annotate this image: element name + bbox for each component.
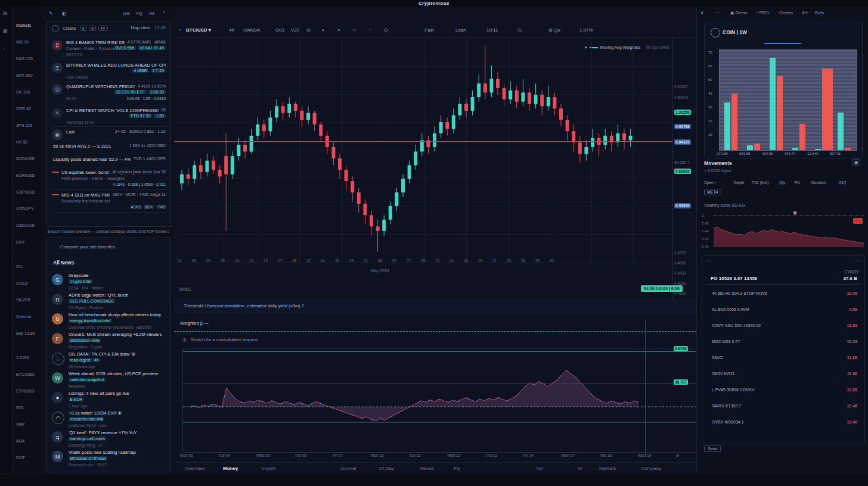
- ticker-item[interactable]: UK 100: [16, 90, 30, 94]
- left-toolbar-icon[interactable]: ◧: [62, 11, 67, 16]
- ticker-item[interactable]: JPN 225: [16, 123, 32, 127]
- order-row[interactable]: MG2 W51 0.7715.23: [702, 335, 864, 351]
- news-link[interactable]: ethresear.ch-thread: [69, 456, 107, 460]
- ticker-rail[interactable]: MarketsWS 30NAS 100SPX 500UK 100GER 40JP…: [13, 7, 41, 486]
- order-row[interactable]: L PVA5 3HBW COVXV12.85: [702, 383, 864, 399]
- chevron-left-icon[interactable]: ‹: [3, 46, 5, 51]
- feed-row[interactable]: ◉Last24-05 · EUR/U 0.882 · 1.52: [51, 127, 167, 141]
- news-row[interactable]: ◠+0.1s watch 12034 EVR ⊕research-note-li…: [52, 410, 167, 429]
- right-toolbar-button[interactable]: Orders: [779, 10, 793, 15]
- ticker-item[interactable]: GOLD: [16, 281, 28, 285]
- news-link[interactable]: distribution-note: [69, 338, 101, 342]
- lower-chart[interactable]: [182, 348, 698, 453]
- price-label-badge[interactable]: 0.91798: [674, 124, 691, 129]
- bottom-toolbar-item[interactable]: Overview: [185, 466, 204, 471]
- chart-tool-icon[interactable]: O01: [275, 27, 284, 33]
- feed-row[interactable]: US equities lower, bond money away from …: [51, 168, 167, 190]
- left-toolbar-icon[interactable]: ✎: [49, 11, 53, 16]
- right-toolbar-button[interactable]: ⠿: [700, 10, 704, 15]
- feed-row[interactable]: ✕CPI & RETEST WATCH: VOLS COMPRESSED05FT…: [51, 106, 167, 127]
- movements-column-header[interactable]: Depth: [734, 180, 744, 185]
- ticker-item[interactable]: NAS 100: [16, 57, 33, 61]
- ticker-item[interactable]: Markets: [16, 23, 31, 27]
- chart-tool-icon[interactable]: ◐: [322, 27, 325, 33]
- orders-menu-icon[interactable]: ⋯: [856, 258, 860, 263]
- chart-tool-icon[interactable]: ⊙: [384, 27, 388, 33]
- orders-corner-icon[interactable]: ⟍: [707, 258, 711, 264]
- session-badge[interactable]: 04:10 0-0:00 | 0:00: [641, 285, 683, 292]
- ticker-item[interactable]: SILVER: [16, 298, 30, 302]
- chart-tool-button[interactable]: 1.07%: [579, 27, 593, 33]
- movements-column-header[interactable]: 24Q: [839, 180, 846, 185]
- order-row[interactable]: O6SV KG3111.66: [702, 367, 864, 383]
- order-row[interactable]: COVY XAU 3AV 44370-0213.03: [702, 319, 864, 335]
- candlestick-chart[interactable]: ▾ Moving Avg Weighted W Opt ORM: [174, 38, 672, 265]
- news-link[interactable]: research-note-link: [69, 417, 104, 421]
- price-axis[interactable]: 0.946670.900701.302560.917980.8432063.68…: [672, 38, 697, 300]
- left-toolbar-button[interactable]: ⌃: [162, 11, 166, 16]
- bottom-toolbar-item[interactable]: Money: [223, 466, 238, 471]
- ticker-item[interactable]: Buy 19.88: [16, 331, 35, 335]
- lower-price-badge[interactable]: 0.6180: [674, 346, 688, 351]
- bottom-toolbar-item[interactable]: Import: [262, 466, 275, 471]
- price-label-badge[interactable]: 0.53530: [674, 203, 691, 208]
- order-row[interactable]: 3AVO11.08: [702, 351, 864, 367]
- lower-price-badge[interactable]: 36.787: [674, 379, 688, 385]
- chart-tool-icon[interactable]: V20: [291, 27, 299, 33]
- ticker-item[interactable]: DXY: [16, 240, 24, 244]
- feed-row[interactable]: MID 4 SLB on MXU PMI data mix — DC M-3GM…: [51, 191, 167, 213]
- news-link[interactable]: calendar-snapshot: [69, 378, 106, 382]
- right-toolbar-button[interactable]: ◉ Demo: [730, 10, 748, 15]
- feed-chip[interactable]: 0: [80, 26, 87, 31]
- news-row[interactable]: WWeek ahead: ECB minutes, US PCE preview…: [52, 371, 167, 390]
- ticker-item[interactable]: ETH/USD: [16, 389, 35, 393]
- chart-tool-button[interactable]: ⊞ Qu: [548, 27, 560, 33]
- left-toolbar-button[interactable]: +Q: [136, 11, 142, 16]
- ticker-item[interactable]: GBP/USD: [16, 190, 35, 194]
- order-row[interactable]: 44 560 AV 504.3 STOP ROV510.45: [702, 286, 864, 303]
- rows-icon[interactable]: ▦: [3, 28, 8, 33]
- news-link[interactable]: Crypto brief: [69, 279, 92, 284]
- time-axis[interactable]: 0103050810121517192224262931020507091214…: [174, 257, 672, 265]
- news-row[interactable]: BHow oil benchmark slump affects miners …: [52, 312, 167, 331]
- ticker-item[interactable]: SPX 500: [16, 73, 33, 77]
- price-label-badge[interactable]: 0.60915: [674, 169, 691, 174]
- left-toolbar-button[interactable]: IM: [149, 11, 154, 16]
- ticker-item[interactable]: GER 40: [16, 107, 31, 111]
- ticker-item[interactable]: HK 50: [16, 140, 27, 144]
- feed-row[interactable]: ◎QUADRUPLE WITCHING FRIDAY — PRIME US4 4…: [51, 82, 167, 105]
- timeframe-button[interactable]: 4h: [229, 27, 234, 33]
- feed-badge[interactable]: FTD 97.30: [129, 114, 152, 118]
- chart-tool-icon[interactable]: ⌗: [337, 27, 340, 33]
- news-link[interactable]: read digest · 4h: [69, 358, 100, 362]
- bottom-toolbar-item[interactable]: IV: [578, 466, 582, 471]
- feed-row[interactable]: ΞBITFINEX WHALES ADD LONGS AHEAD OF CPI …: [51, 61, 167, 82]
- ticker-item[interactable]: AUD/USD: [16, 157, 35, 161]
- feed-badge[interactable]: 1.80: [154, 114, 166, 118]
- symbol-button[interactable]: BTC/USD ▾: [186, 27, 211, 33]
- news-row[interactable]: FOnward: MLB stream averaging +6.2M view…: [52, 332, 167, 351]
- price-label-badge[interactable]: 0.84320: [674, 139, 691, 145]
- order-row[interactable]: AL BVA 0006 3 AVM4.59: [702, 303, 864, 319]
- bottom-toolbar-item[interactable]: Journal: [340, 466, 356, 471]
- feed-row[interactable]: Liquidity pools drained near 52.9 — FR 0…: [51, 155, 167, 167]
- ticker-item[interactable]: WS 30: [16, 40, 29, 44]
- volatility-chart[interactable]: SMA(21) Margin: [714, 216, 864, 248]
- feed-chip[interactable]: FF: [98, 26, 108, 31]
- bottom-toolbar-item[interactable]: 10-Day: [379, 466, 394, 471]
- news-link[interactable]: SEE FULL COVERAGE: [69, 299, 115, 303]
- right-toolbar-button[interactable]: Bots: [815, 10, 824, 15]
- ticker-item[interactable]: 1.0196: [16, 356, 29, 360]
- feed-badge[interactable]: 30 CTS 50 ETF: [114, 90, 147, 94]
- feed-badge[interactable]: 03 641 97.49: [138, 46, 166, 50]
- feed-chip[interactable]: 0: [89, 26, 96, 31]
- news-row[interactable]: q'Q1 beat': PAYX revenue +7% YoYearnings…: [52, 430, 167, 449]
- weighted-band[interactable]: Weighted β —: [174, 319, 696, 331]
- feed-map-view[interactable]: Map view: [131, 25, 150, 30]
- send-button[interactable]: Send: [704, 446, 721, 452]
- movements-column-header[interactable]: Qty: [779, 180, 785, 185]
- movements-column-header[interactable]: Duration: [811, 180, 826, 185]
- grid-icon[interactable]: ▤: [3, 10, 8, 15]
- chart-tool-button[interactable]: ◷: [517, 27, 522, 33]
- price-label-badge[interactable]: 1.30256: [674, 110, 691, 115]
